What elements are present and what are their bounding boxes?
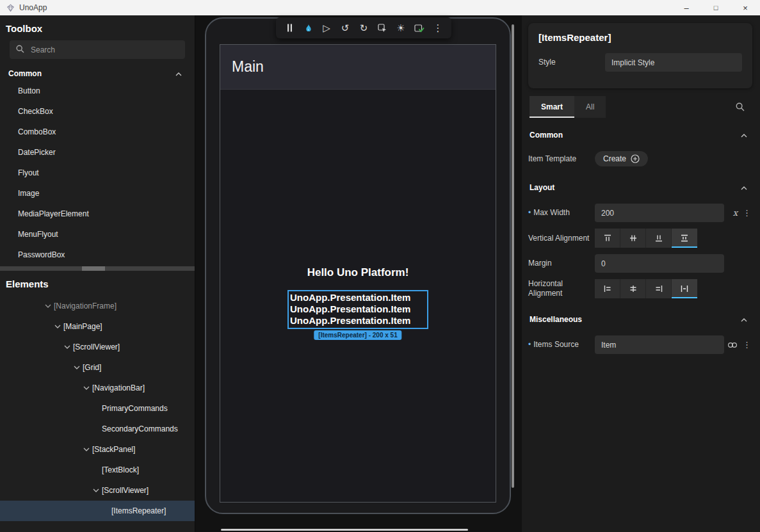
more-options-button[interactable]: ⋮ <box>431 21 445 35</box>
toolbox-item-datepicker[interactable]: DatePicker <box>0 142 195 163</box>
play-button[interactable]: ▷ <box>319 21 334 35</box>
create-template-button[interactable]: Create <box>595 151 648 166</box>
tab-all[interactable]: All <box>574 96 606 118</box>
chevron-down-icon[interactable] <box>61 345 73 349</box>
app-title: UnoApp <box>19 3 47 12</box>
properties-search-button[interactable] <box>736 102 745 111</box>
vertical-scrollbar[interactable] <box>512 24 514 488</box>
inspect-icon <box>378 24 387 33</box>
max-width-input[interactable] <box>595 204 724 222</box>
titlebar: UnoApp – □ × <box>0 0 760 15</box>
margin-row: Margin <box>528 254 752 273</box>
chevron-down-icon[interactable] <box>71 366 83 369</box>
items-source-label: •Items Source <box>528 340 595 350</box>
redo-button[interactable]: ↻ <box>357 21 371 35</box>
valign-center-button[interactable] <box>620 229 646 248</box>
halign-center-button[interactable] <box>620 279 646 298</box>
chevron-down-icon[interactable] <box>90 488 102 492</box>
tree-item-primarycommands[interactable]: PrimaryCommands <box>0 398 195 419</box>
maximize-button[interactable]: □ <box>701 0 731 15</box>
inspect-button[interactable] <box>375 21 389 35</box>
theme-toggle-button[interactable]: ☀ <box>394 21 408 35</box>
halign-stretch-button[interactable] <box>672 279 697 298</box>
margin-input[interactable] <box>595 254 724 273</box>
align-right-icon <box>654 284 663 293</box>
tree-item-secondarycommands[interactable]: SecondaryCommands <box>0 419 195 439</box>
undo-icon: ↺ <box>341 23 350 33</box>
chevron-up-icon[interactable] <box>741 131 747 140</box>
toolbox-item-flyout[interactable]: Flyout <box>0 163 195 183</box>
items-source-input[interactable] <box>595 335 724 354</box>
chevron-down-icon[interactable] <box>81 447 92 451</box>
toolbox-item-button[interactable]: Button <box>0 81 195 101</box>
valign-bottom-button[interactable] <box>646 229 672 248</box>
modified-bullet: • <box>528 208 531 217</box>
layout-section-label: Layout <box>530 183 554 192</box>
item-template-label: Item Template <box>528 154 595 164</box>
horizontal-alignment-row: Horizontal Alignment <box>528 279 752 298</box>
horizontal-scrollbar[interactable] <box>221 529 468 531</box>
style-input[interactable] <box>605 53 742 72</box>
tree-item-itemsrepeater[interactable]: [ItemsRepeater] <box>0 501 195 521</box>
tree-item-textblock[interactable]: [TextBlock] <box>0 460 195 480</box>
search-input[interactable] <box>29 45 179 55</box>
tree-item-mainpage[interactable]: [MainPage] <box>0 316 195 337</box>
device-frame: Main Hello Uno Platform! UnoApp.Presenta… <box>205 17 511 514</box>
undo-button[interactable]: ↺ <box>338 21 352 35</box>
kebab-icon: ⋮ <box>433 23 443 33</box>
binding-icon[interactable] <box>727 342 738 348</box>
layout-section-header[interactable]: Layout <box>528 173 752 197</box>
itemsrepeater-selection[interactable]: UnoApp.Presentation.Item UnoApp.Presenta… <box>287 290 428 329</box>
close-button[interactable]: × <box>731 0 760 15</box>
toolbox-section-label: Common <box>8 69 42 78</box>
tree-item-navigationframe[interactable]: [NavigationFrame] <box>0 296 195 316</box>
chevron-down-icon[interactable] <box>81 386 92 390</box>
binding-x-icon[interactable]: x <box>733 208 738 218</box>
tab-smart[interactable]: Smart <box>530 96 574 118</box>
pause-icon <box>287 24 293 32</box>
validation-button[interactable] <box>412 21 426 35</box>
chevron-up-icon[interactable] <box>741 315 747 324</box>
minimize-icon: – <box>684 3 688 13</box>
chevron-up-icon[interactable] <box>175 69 182 78</box>
hot-reload-button[interactable] <box>301 21 315 35</box>
toolbox-item-image[interactable]: Image <box>0 183 195 204</box>
toolbox-item-checkbox[interactable]: CheckBox <box>0 101 195 122</box>
tree-item-stackpanel[interactable]: [StackPanel] <box>0 439 195 460</box>
toolbox-item-combobox[interactable]: ComboBox <box>0 122 195 142</box>
miscellaneous-section-header[interactable]: Miscellaneous <box>528 305 752 329</box>
pause-button[interactable] <box>282 21 296 35</box>
minimize-button[interactable]: – <box>672 0 701 15</box>
chevron-down-icon[interactable] <box>42 304 54 308</box>
hello-textblock: Hello Uno Platform! <box>220 266 496 279</box>
vertical-alignment-label: Vertical Alignment <box>528 234 595 243</box>
kebab-icon[interactable]: ⋮ <box>743 340 751 350</box>
properties-panel: [ItemsRepeater] Style Smart All Common I… <box>522 15 760 532</box>
tree-item-scrollviewer-2[interactable]: [ScrollViewer] <box>0 480 195 501</box>
repeater-item: UnoApp.Presentation.Item <box>290 303 427 315</box>
chevron-down-icon[interactable] <box>52 325 63 328</box>
toolbox-title: Toolbox <box>6 23 195 34</box>
tree-item-scrollviewer[interactable]: [ScrollViewer] <box>0 337 195 357</box>
halign-left-button[interactable] <box>595 279 620 298</box>
scrollbar-thumb[interactable] <box>82 266 105 271</box>
kebab-icon[interactable]: ⋮ <box>743 208 751 218</box>
toolbox-section-common[interactable]: Common <box>8 69 182 78</box>
halign-right-button[interactable] <box>646 279 672 298</box>
elements-tree: [NavigationFrame] [MainPage] [ScrollView… <box>0 296 195 521</box>
tree-item-navigationbar[interactable]: [NavigationBar] <box>0 378 195 398</box>
toolbox-horizontal-scrollbar[interactable] <box>0 266 195 271</box>
valign-stretch-button[interactable] <box>672 229 697 248</box>
toolbox-search[interactable] <box>10 40 185 59</box>
toolbox-item-mediaplayerelement[interactable]: MediaPlayerElement <box>0 204 195 224</box>
horizontal-alignment-control <box>595 279 697 298</box>
repeater-item: UnoApp.Presentation.Item <box>290 292 427 303</box>
common-section-header[interactable]: Common <box>528 120 752 145</box>
page-title: Main <box>232 58 264 76</box>
tree-item-grid[interactable]: [Grid] <box>0 357 195 378</box>
valign-top-button[interactable] <box>595 229 620 248</box>
toolbox-item-menuflyout[interactable]: MenuFlyout <box>0 224 195 245</box>
chevron-up-icon[interactable] <box>741 183 747 192</box>
max-width-row: •Max Width x ⋮ <box>528 204 752 222</box>
toolbox-item-passwordbox[interactable]: PasswordBox <box>0 245 195 265</box>
